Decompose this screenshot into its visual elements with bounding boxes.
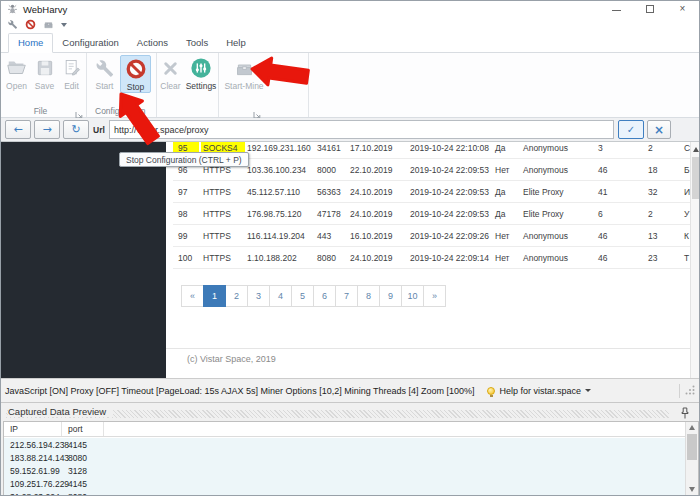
proxy-cell[interactable]: Anonymous [521,247,596,268]
proxy-cell[interactable]: Anonymous [521,225,596,246]
pagination-next[interactable]: » [423,285,446,307]
help-dropdown-icon[interactable] [585,389,591,392]
proxy-cell[interactable]: Нет [493,159,521,180]
proxy-table-row[interactable]: 99HTTPS116.114.19.20444316.10.20192019-1… [173,225,700,247]
pagination-page[interactable]: 4 [269,285,292,307]
proxy-cell[interactable]: 47178 [315,203,348,224]
proxy-cell[interactable]: 17.10.2019 [348,142,408,158]
minimize-button[interactable] [600,1,633,17]
proxy-cell[interactable]: 116.114.19.204 [245,225,315,246]
column-header-ip[interactable]: IP [4,422,62,436]
proxy-cell[interactable]: 56363 [315,181,348,202]
proxy-cell[interactable]: 22.10.2019 [348,159,408,180]
resize-grip[interactable] [685,385,695,397]
scroll-down-icon[interactable] [689,487,695,492]
open-button[interactable]: Open [3,55,30,91]
proxy-cell[interactable]: 103.36.100.234 [245,159,315,180]
forward-button[interactable]: → [34,120,60,139]
dialog-launcher-icon[interactable] [253,106,262,115]
proxy-cell[interactable]: Да [493,203,521,224]
proxy-cell[interactable]: 2019-10-24 22:09:14 [408,247,493,268]
column-header-port[interactable]: port [62,422,104,436]
tab-tools[interactable]: Tools [177,34,217,52]
proxy-cell[interactable]: 443 [315,225,348,246]
proxy-cell[interactable]: 46 [596,159,646,180]
proxy-cell[interactable]: 34161 [315,142,348,158]
proxy-cell[interactable]: 23 [646,247,682,268]
proxy-cell[interactable]: 45.112.57.110 [245,181,315,202]
proxy-cell[interactable]: 1.10.188.202 [245,247,315,268]
proxy-cell[interactable]: 192.169.231.160 [245,142,315,158]
mine-box-icon[interactable] [43,16,54,34]
proxy-cell[interactable]: HTTPS [201,225,245,246]
proxy-cell[interactable]: 24.10.2019 [348,203,408,224]
wrench-icon[interactable] [7,16,18,34]
proxy-cell[interactable]: 100 [173,247,201,268]
proxy-cell[interactable]: HTTPS [201,181,245,202]
help-link[interactable]: Help for vistar.space [500,386,582,396]
maximize-button[interactable] [633,1,666,17]
proxy-cell[interactable]: Anonymous [521,142,596,158]
captured-scrollbar[interactable] [685,422,698,495]
back-button[interactable]: ← [5,120,31,139]
proxy-table-row[interactable]: 96HTTPS103.36.100.234800022.10.20192019-… [173,159,700,181]
go-confirm-button[interactable]: ✓ [618,120,644,139]
proxy-table-row[interactable]: 100HTTPS1.10.188.202808024.10.20192019-1… [173,247,700,269]
page-scrollbar[interactable] [690,142,700,378]
scroll-up-icon[interactable] [693,147,699,152]
proxy-cell[interactable]: 46 [596,225,646,246]
proxy-cell[interactable]: 2019-10-24 22:09:53 [408,159,493,180]
tab-help[interactable]: Help [217,34,255,52]
proxy-cell[interactable]: Нет [493,225,521,246]
proxy-cell[interactable]: Elite Proxy [521,181,596,202]
proxy-table-row[interactable]: 98HTTPS176.98.75.1204717824.10.20192019-… [173,203,700,225]
proxy-cell[interactable]: 46 [596,247,646,268]
edit-button[interactable]: Edit [58,55,85,91]
proxy-cell[interactable]: 16.10.2019 [348,225,408,246]
proxy-cell[interactable]: 2 [646,203,682,224]
start-button[interactable]: Start [91,55,118,91]
proxy-cell[interactable]: 2019-10-24 22:10:08 [408,142,493,158]
pagination-page[interactable]: 10 [401,285,424,307]
stop-button[interactable]: Stop [120,55,151,93]
proxy-cell[interactable]: Да [493,142,521,158]
start-mine-button[interactable]: Start-Mine [220,55,268,91]
proxy-cell[interactable]: 97 [173,181,201,202]
overflow-chevron-icon[interactable] [61,23,67,27]
tab-configuration[interactable]: Configuration [53,34,128,52]
proxy-cell[interactable]: 98 [173,203,201,224]
proxy-cell[interactable]: 24.10.2019 [348,247,408,268]
pagination-page[interactable]: 5 [291,285,314,307]
proxy-cell[interactable]: Anonymous [521,159,596,180]
clear-button[interactable]: Clear [157,55,184,91]
tab-home[interactable]: Home [8,33,53,53]
scrollbar-thumb[interactable] [687,434,697,460]
proxy-cell[interactable]: 18 [646,159,682,180]
proxy-table-row[interactable]: 97HTTPS45.112.57.1105636324.10.20192019-… [173,181,700,203]
proxy-cell[interactable]: 99 [173,225,201,246]
pagination-prev[interactable]: « [181,285,204,307]
pagination-page[interactable]: 2 [225,285,248,307]
proxy-cell[interactable]: 6 [596,203,646,224]
proxy-cell[interactable]: 13 [646,225,682,246]
proxy-cell[interactable]: 2019-10-24 22:09:53 [408,203,493,224]
scrollbar-thumb[interactable] [692,157,700,199]
proxy-cell[interactable]: Да [493,181,521,202]
proxy-cell[interactable]: Elite Proxy [521,203,596,224]
pagination-page[interactable]: 8 [357,285,380,307]
scroll-up-icon[interactable] [689,425,695,430]
proxy-cell[interactable]: 2019-10-24 22:09:26 [408,225,493,246]
proxy-cell[interactable]: 176.98.75.120 [245,203,315,224]
proxy-cell[interactable]: 2 [646,142,682,158]
proxy-cell[interactable]: 8000 [315,159,348,180]
proxy-cell[interactable]: 3 [596,142,646,158]
proxy-cell[interactable]: Нет [493,247,521,268]
dialog-launcher-icon[interactable] [75,106,84,115]
pagination-page[interactable]: 3 [247,285,270,307]
cancel-navigation-button[interactable]: × [647,120,671,139]
pagination-page[interactable]: 1 [203,285,226,307]
proxy-cell[interactable]: HTTPS [201,247,245,268]
proxy-cell[interactable]: 41 [596,181,646,202]
proxy-table-row[interactable]: 95SOCKS4192.169.231.1603416117.10.201920… [173,142,700,159]
proxy-cell[interactable]: 2019-10-24 22:09:53 [408,181,493,202]
